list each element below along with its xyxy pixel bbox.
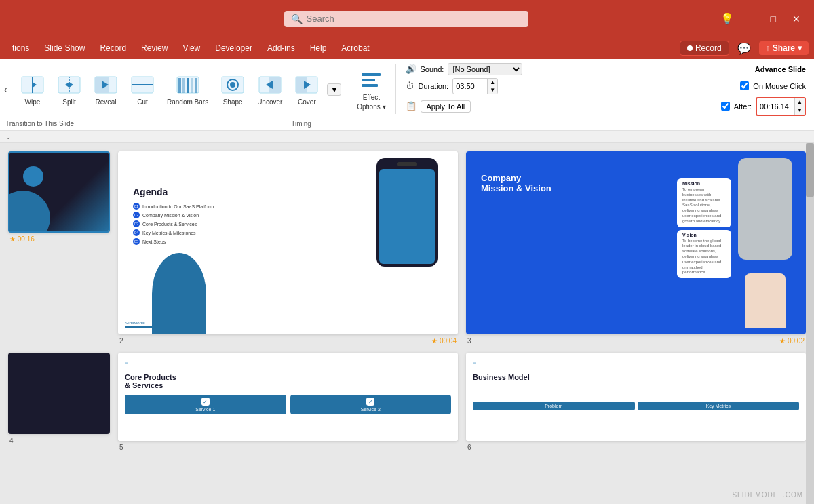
- transition-split[interactable]: Split: [52, 70, 87, 109]
- slide6-btn-problem: Problem: [473, 402, 635, 410]
- apply-row: 📋 Apply To All After: ▲ ▼: [406, 97, 806, 116]
- transition-reveal[interactable]: Reveal: [88, 70, 123, 109]
- svg-rect-13: [178, 78, 181, 93]
- sound-select[interactable]: [No Sound]: [448, 63, 522, 75]
- slide-thumb-3[interactable]: CompanyMission & Vision Mission To empow…: [466, 151, 806, 334]
- slides-scrollbar[interactable]: [806, 143, 814, 504]
- menu-item-record[interactable]: Record: [93, 41, 133, 56]
- after-label: After:: [734, 102, 752, 111]
- slide3-cards: Mission To empower businesses with intui…: [677, 178, 731, 278]
- effect-options-label: Effect: [363, 94, 380, 102]
- ribbon-divider-1: [347, 64, 347, 114]
- slide-thumb-2[interactable]: Agenda 01Introduction to Our SaaS Platfo…: [118, 151, 458, 334]
- effect-options-button[interactable]: Effect Options ▾: [351, 65, 391, 114]
- slide-5-num: 5: [119, 444, 123, 451]
- slide3-hand: [745, 273, 786, 328]
- slide2-brand: SlideModel: [125, 321, 145, 325]
- transition-cut[interactable]: Cut: [125, 70, 160, 109]
- duration-down[interactable]: ▼: [488, 86, 497, 94]
- slide5-title: Core Products& Services: [125, 373, 451, 389]
- apply-to-all-button[interactable]: Apply To All: [421, 100, 471, 113]
- collapse-row[interactable]: ⌄: [0, 131, 814, 143]
- timing-panel: 🔊 Sound: [No Sound] Advance Slide ⏱ Dura…: [400, 62, 811, 117]
- menu-item-addins[interactable]: Add-ins: [260, 41, 302, 56]
- slide-wrapper-5: ≡ Core Products& Services ✓ Service 1 ✓ …: [118, 353, 458, 451]
- slide-thumb-5[interactable]: ≡ Core Products& Services ✓ Service 1 ✓ …: [118, 353, 458, 441]
- slide-3-info: 3 ★ 00:02: [466, 334, 806, 345]
- menu-item-acrobat[interactable]: Acrobat: [334, 41, 376, 56]
- slide-3-star: ★ 00:02: [779, 337, 805, 345]
- slide-thumb-6[interactable]: ≡ Business Model Problem Key Metrics: [466, 353, 806, 441]
- search-box[interactable]: 🔍: [284, 11, 528, 27]
- after-up[interactable]: ▲: [795, 98, 805, 106]
- maximize-button[interactable]: □: [765, 11, 781, 27]
- reveal-label: Reveal: [95, 98, 116, 106]
- slide1-shape: [8, 191, 50, 233]
- slide-thumb-1[interactable]: [8, 151, 110, 233]
- uncover-label: Uncover: [257, 98, 282, 106]
- title-bar: 🔍 💡 — □ ✕: [0, 0, 814, 37]
- svg-rect-17: [195, 78, 197, 93]
- transition-uncover[interactable]: Uncover: [252, 70, 288, 109]
- ribbon: ‹ Wipe Split: [0, 59, 814, 117]
- reveal-icon: [94, 73, 118, 97]
- wipe-icon: [20, 73, 45, 97]
- after-input[interactable]: [757, 102, 794, 111]
- close-button[interactable]: ✕: [787, 11, 806, 27]
- after-down[interactable]: ▼: [795, 106, 805, 115]
- lightbulb-icon[interactable]: 💡: [720, 12, 734, 25]
- share-button[interactable]: ↑ Share ▾: [759, 41, 809, 55]
- effect-options-icon: [359, 68, 383, 92]
- slide5-service1: ✓ Service 1: [125, 395, 286, 414]
- menu-item-animations[interactable]: tions: [5, 41, 36, 56]
- menu-bar-right: Record 💬 ↑ Share ▾: [680, 41, 809, 56]
- menu-item-slideshow[interactable]: Slide Show: [37, 41, 92, 56]
- slide-wrapper-3: CompanyMission & Vision Mission To empow…: [466, 151, 806, 345]
- uncover-icon: [258, 73, 282, 97]
- slide-content-5: ≡ Business Model Problem Key Metrics: [466, 353, 806, 441]
- duration-up[interactable]: ▲: [488, 79, 497, 86]
- svg-rect-27: [362, 73, 381, 76]
- scrollbar-thumb[interactable]: [806, 143, 814, 197]
- slide5-icon-row: ≡: [125, 360, 451, 366]
- duration-icon: ⏱: [406, 81, 414, 91]
- ribbon-scroll-left[interactable]: ‹: [0, 62, 12, 117]
- svg-rect-29: [362, 84, 378, 87]
- slide3-mission-title: Mission: [682, 181, 726, 186]
- duration-row: ⏱ Duration: ▲ ▼ On Mouse Click: [406, 78, 806, 94]
- after-checkbox[interactable]: [721, 102, 730, 111]
- slide-6-info: 6: [466, 441, 806, 451]
- slide-wrapper-1: ★ 00:16: [8, 151, 110, 345]
- slide-thumb-4[interactable]: [8, 353, 110, 434]
- slide-1-star: ★ 00:16: [9, 235, 35, 243]
- duration-input[interactable]: [453, 81, 487, 91]
- sound-icon: 🔊: [406, 64, 416, 74]
- slide6-btn-keymetrics: Key Metrics: [638, 402, 800, 410]
- menu-item-review[interactable]: Review: [134, 41, 174, 56]
- transition-cover[interactable]: Cover: [289, 70, 324, 109]
- ribbon-more-btn[interactable]: ▼: [326, 83, 343, 96]
- menu-item-help[interactable]: Help: [303, 41, 334, 56]
- after-spinner: ▲ ▼: [794, 98, 805, 115]
- search-icon: 🔍: [291, 14, 303, 24]
- random-bars-icon: [176, 73, 200, 97]
- transition-random-bars[interactable]: Random Bars: [161, 70, 214, 109]
- ribbon-label-bar: Transition to This Slide Timing: [0, 117, 814, 131]
- slide6-btns: Problem Key Metrics: [473, 402, 799, 410]
- cover-label: Cover: [298, 98, 316, 106]
- slide2-phone-screen: [379, 169, 435, 264]
- menu-item-developer[interactable]: Developer: [208, 41, 259, 56]
- random-bars-label: Random Bars: [167, 98, 208, 106]
- search-input[interactable]: [307, 14, 497, 24]
- duration-spinner: ▲ ▼: [487, 79, 497, 94]
- transition-wipe[interactable]: Wipe: [15, 70, 50, 109]
- on-mouse-click-checkbox[interactable]: [740, 81, 749, 90]
- split-icon: [57, 73, 81, 97]
- duration-label: Duration:: [419, 82, 449, 90]
- transition-shape[interactable]: Shape: [215, 70, 250, 109]
- comment-button[interactable]: 💬: [733, 41, 755, 56]
- record-button[interactable]: Record: [680, 41, 729, 56]
- slide6-title: Business Model: [473, 373, 799, 381]
- minimize-button[interactable]: —: [739, 11, 760, 27]
- menu-item-view[interactable]: View: [176, 41, 207, 56]
